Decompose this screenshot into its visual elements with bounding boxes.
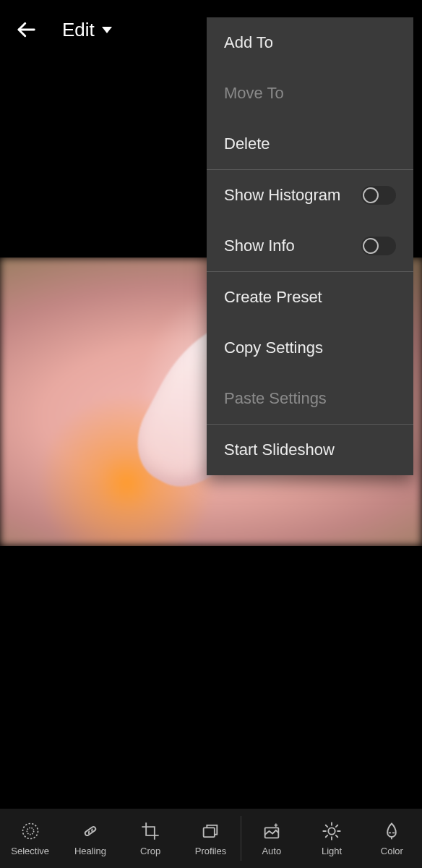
tool-label: Healing xyxy=(74,846,106,856)
svg-rect-6 xyxy=(204,827,215,837)
svg-point-8 xyxy=(328,827,335,834)
toggle-knob-icon xyxy=(363,238,379,254)
menu-item-label: Paste Settings xyxy=(224,389,327,408)
auto-icon xyxy=(261,820,283,842)
toggle-show-histogram[interactable] xyxy=(361,186,396,205)
svg-point-1 xyxy=(22,824,38,839)
menu-item-label: Delete xyxy=(224,135,270,153)
back-button[interactable] xyxy=(12,15,40,44)
selective-icon xyxy=(20,820,41,842)
svg-line-14 xyxy=(336,835,337,837)
menu-item-label: Move To xyxy=(224,84,284,103)
caret-down-icon xyxy=(102,27,112,33)
svg-line-15 xyxy=(326,835,327,837)
menu-item-copy-settings[interactable]: Copy Settings xyxy=(207,323,413,373)
svg-rect-3 xyxy=(85,826,97,836)
menu-item-label: Start Slideshow xyxy=(224,441,335,459)
tool-label: Color xyxy=(381,846,403,856)
bottom-toolbar: Selective Healing Crop Profiles xyxy=(0,809,422,868)
tool-crop[interactable]: Crop xyxy=(121,809,181,868)
tool-light[interactable]: Light xyxy=(301,809,361,868)
menu-item-move-to: Move To xyxy=(207,68,413,119)
svg-line-16 xyxy=(336,825,337,827)
svg-line-13 xyxy=(326,825,327,827)
tool-label: Selective xyxy=(11,846,49,856)
svg-point-2 xyxy=(27,827,33,834)
back-arrow-icon xyxy=(15,19,37,41)
menu-item-delete[interactable]: Delete xyxy=(207,119,413,169)
tool-healing[interactable]: Healing xyxy=(60,809,120,868)
tool-label: Profiles xyxy=(195,846,226,856)
toggle-knob-icon xyxy=(363,187,379,203)
overflow-menu: Add To Move To Delete Show Histogram Sho… xyxy=(207,17,413,475)
svg-line-4 xyxy=(88,832,90,833)
menu-item-label: Show Info xyxy=(224,237,295,255)
tool-label: Auto xyxy=(262,846,281,856)
tool-profiles[interactable]: Profiles xyxy=(181,809,241,868)
light-icon xyxy=(321,820,343,842)
tool-selective[interactable]: Selective xyxy=(0,809,60,868)
edit-mode-label: Edit xyxy=(62,19,95,41)
tool-label: Crop xyxy=(140,846,160,856)
menu-item-label: Show Histogram xyxy=(224,186,340,205)
menu-item-label: Copy Settings xyxy=(224,339,323,357)
profiles-icon xyxy=(199,820,221,842)
menu-item-start-slideshow[interactable]: Start Slideshow xyxy=(207,425,413,475)
crop-icon xyxy=(139,820,161,842)
menu-item-add-to[interactable]: Add To xyxy=(207,17,413,68)
menu-item-label: Add To xyxy=(224,33,273,52)
menu-item-label: Create Preset xyxy=(224,288,322,307)
menu-item-create-preset[interactable]: Create Preset xyxy=(207,272,413,323)
tool-color[interactable]: Color xyxy=(362,809,422,868)
tool-label: Light xyxy=(322,846,342,856)
toggle-show-info[interactable] xyxy=(361,237,396,255)
edit-mode-dropdown[interactable]: Edit xyxy=(62,19,112,41)
menu-item-show-info[interactable]: Show Info xyxy=(207,221,413,271)
svg-line-5 xyxy=(91,830,92,831)
menu-item-show-histogram[interactable]: Show Histogram xyxy=(207,170,413,221)
color-icon xyxy=(381,820,402,842)
healing-icon xyxy=(79,820,101,842)
menu-item-paste-settings: Paste Settings xyxy=(207,373,413,424)
tool-auto[interactable]: Auto xyxy=(241,809,301,868)
